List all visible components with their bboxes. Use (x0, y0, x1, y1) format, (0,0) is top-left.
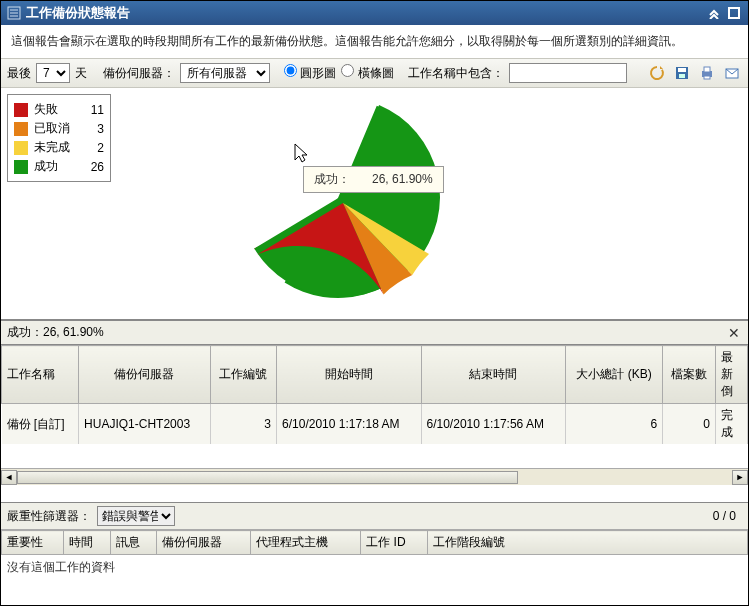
collapse-button[interactable] (706, 5, 722, 21)
chart-tooltip: 成功：26, 61.90% (303, 166, 444, 193)
last-label: 最後 (7, 65, 31, 82)
close-button[interactable] (726, 5, 742, 21)
col-jobid[interactable]: 工作 ID (361, 531, 428, 555)
days-unit: 天 (75, 65, 87, 82)
chart-type-pie[interactable]: 圓形圖 (284, 64, 336, 82)
details-title: 成功：26, 61.90% (7, 324, 104, 341)
svg-rect-6 (678, 68, 686, 72)
severity-filter-bar: 嚴重性篩選器： 錯誤與警告 0 / 0 (1, 503, 748, 530)
report-icon (7, 6, 21, 20)
col-job-name[interactable]: 工作名稱 (2, 346, 79, 404)
jobs-table: 工作名稱 備份伺服器 工作編號 開始時間 結束時間 大小總計 (KB) 檔案數 … (1, 345, 748, 444)
legend: 失敗11 已取消3 未完成2 成功26 (7, 94, 111, 182)
scroll-right-button[interactable]: ► (732, 470, 748, 485)
swatch-fail (14, 103, 28, 117)
titlebar: 工作備份狀態報告 (1, 1, 748, 25)
legend-item[interactable]: 未完成2 (14, 139, 104, 156)
severity-select[interactable]: 錯誤與警告 (97, 506, 175, 526)
svg-rect-4 (729, 8, 739, 18)
toolbar: 最後 7 天 備份伺服器： 所有伺服器 圓形圖 橫條圖 工作名稱中包含： (1, 58, 748, 88)
name-contains-input[interactable] (509, 63, 627, 83)
swatch-success (14, 160, 28, 174)
legend-item[interactable]: 已取消3 (14, 120, 104, 137)
svg-rect-7 (679, 74, 685, 78)
legend-item[interactable]: 失敗11 (14, 101, 104, 118)
severity-count: 0 / 0 (713, 509, 736, 523)
chart-area: 失敗11 已取消3 未完成2 成功26 成功：26, 61.90% (1, 88, 748, 320)
col-bkserver[interactable]: 備份伺服器 (157, 531, 251, 555)
legend-item[interactable]: 成功26 (14, 158, 104, 175)
col-time[interactable]: 時間 (64, 531, 110, 555)
report-description: 這個報告會顯示在選取的時段期間所有工作的最新備份狀態。這個報告能允許您細分，以取… (1, 25, 748, 58)
scroll-thumb[interactable] (17, 471, 518, 484)
scroll-track[interactable] (17, 470, 732, 485)
col-agent[interactable]: 代理程式主機 (251, 531, 361, 555)
save-icon[interactable] (672, 63, 692, 83)
col-last[interactable]: 最新倒 (716, 346, 748, 404)
server-select[interactable]: 所有伺服器 (180, 63, 270, 83)
col-jobno[interactable]: 工作編號 (210, 346, 276, 404)
mail-icon[interactable] (722, 63, 742, 83)
col-session[interactable]: 工作階段編號 (428, 531, 748, 555)
name-contains-label: 工作名稱中包含： (408, 65, 504, 82)
svg-rect-9 (704, 67, 710, 72)
pie-radio[interactable] (284, 64, 297, 77)
close-details-button[interactable]: ✕ (726, 325, 742, 341)
col-message[interactable]: 訊息 (110, 531, 156, 555)
col-start[interactable]: 開始時間 (277, 346, 421, 404)
table-row[interactable]: 備份 [自訂] HUAJIQ1-CHT2003 3 6/10/2010 1:17… (2, 404, 748, 445)
swatch-incomplete (14, 141, 28, 155)
chart-type-bar[interactable]: 橫條圖 (341, 64, 393, 82)
col-end[interactable]: 結束時間 (421, 346, 565, 404)
pie-chart[interactable] (233, 96, 453, 313)
col-severity[interactable]: 重要性 (2, 531, 64, 555)
no-data-text: 沒有這個工作的資料 (1, 555, 748, 580)
col-size[interactable]: 大小總計 (KB) (565, 346, 662, 404)
days-select[interactable]: 7 (36, 63, 70, 83)
horizontal-scrollbar[interactable]: ◄ ► (1, 468, 748, 485)
window-title: 工作備份狀態報告 (26, 4, 130, 22)
scroll-left-button[interactable]: ◄ (1, 470, 17, 485)
bar-radio[interactable] (341, 64, 354, 77)
svg-rect-10 (704, 76, 710, 79)
print-icon[interactable] (697, 63, 717, 83)
col-files[interactable]: 檔案數 (663, 346, 716, 404)
messages-table: 重要性 時間 訊息 備份伺服器 代理程式主機 工作 ID 工作階段編號 (1, 530, 748, 555)
refresh-icon[interactable] (647, 63, 667, 83)
swatch-cancelled (14, 122, 28, 136)
col-server[interactable]: 備份伺服器 (79, 346, 211, 404)
severity-label: 嚴重性篩選器： (7, 508, 91, 525)
details-header: 成功：26, 61.90% ✕ (1, 320, 748, 345)
server-label: 備份伺服器： (103, 65, 175, 82)
